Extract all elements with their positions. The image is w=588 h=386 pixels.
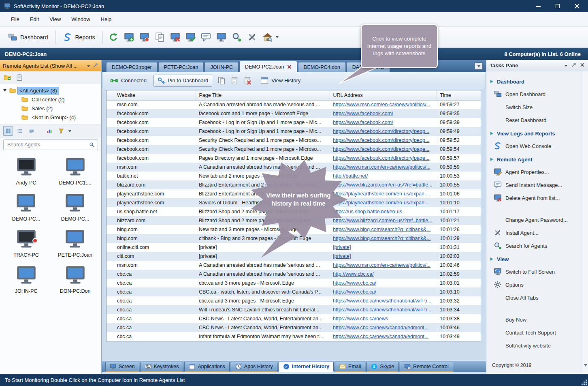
url-link[interactable]: [private] — [333, 244, 351, 250]
column-page-title[interactable]: Page Title — [196, 90, 330, 100]
table-row[interactable]: msn.com A Canadian arrested abroad has m… — [107, 261, 481, 270]
pin-panel-icon[interactable] — [93, 62, 98, 69]
details-view-button[interactable] — [27, 126, 36, 136]
caret-down-icon[interactable] — [564, 62, 568, 69]
close-button[interactable] — [574, 3, 580, 9]
agent-tab[interactable]: DEMO-PC4:don — [298, 62, 346, 72]
close-tab-icon[interactable] — [287, 64, 292, 69]
reset-dashboard-item[interactable]: Reset Dashboard — [490, 114, 582, 127]
screenshots-button[interactable] — [153, 30, 167, 44]
table-row[interactable]: cbc.ca Infant formula at Edmonton Walmar… — [107, 332, 481, 341]
agent-group-item[interactable]: Sales (2) — [0, 104, 101, 113]
search-agents-input[interactable] — [6, 142, 87, 148]
computers-list-button[interactable] — [15, 73, 24, 82]
add-computer-button[interactable] — [122, 30, 136, 44]
open-dashboard-item[interactable]: Open Dashboard — [490, 88, 582, 101]
url-link[interactable]: https://www.facebook.com/ — [333, 111, 393, 116]
table-row[interactable]: cbc.ca cbc.ca and 3 more pages - Microso… — [107, 296, 481, 305]
url-link[interactable]: https://www.cbc.ca/news/canada/edmont... — [333, 334, 428, 339]
chart-view-button[interactable] — [45, 126, 54, 136]
column-time[interactable]: Time — [437, 90, 481, 100]
url-link[interactable]: https://us.shop.battle.net/en-us — [333, 209, 402, 214]
agent-group-item[interactable]: <All Agents> (8) — [0, 86, 101, 95]
reports-button[interactable]: Reports — [58, 30, 100, 45]
install-agent-button[interactable] — [184, 30, 198, 44]
table-row[interactable]: msn.com A Canadian arrested abroad has m… — [107, 100, 481, 109]
table-row[interactable]: facebook.com Facebook - Log In or Sign U… — [107, 127, 481, 136]
tab-list-dropdown[interactable] — [475, 62, 483, 70]
url-link[interactable]: https://playhearthstone.com/en-us/expan.… — [333, 200, 428, 206]
send-message-button[interactable] — [199, 30, 213, 44]
close-all-tabs-item[interactable]: Close All Tabs — [490, 291, 582, 304]
table-row[interactable]: cbc.ca CBC News - Latest Canada, World, … — [107, 314, 481, 323]
url-link[interactable]: http://battle.net/ — [333, 173, 368, 179]
bottom-tab[interactable]: Screen — [105, 362, 139, 372]
agent-item[interactable]: PETE-PC:Joan — [58, 229, 92, 258]
pin-panel-icon[interactable] — [571, 62, 577, 69]
tasks-pane-entry[interactable] — [490, 204, 582, 213]
agent-group-item[interactable]: Call center (2) — [0, 95, 101, 104]
remove-computer-button[interactable] — [168, 30, 182, 44]
url-link[interactable]: https://www.msn.com/en-ca/news/politics/… — [333, 164, 430, 170]
tasks-pane-entry[interactable]: View Logs and Reports — [490, 127, 582, 139]
switch-size-item[interactable]: Switch Size — [490, 101, 582, 114]
menu-item[interactable]: Edit — [25, 14, 44, 24]
column-website[interactable]: Website — [107, 90, 196, 100]
url-link[interactable]: https://playhearthstone.com/en-us/expan.… — [333, 191, 428, 197]
copy-log-button[interactable] — [228, 75, 241, 87]
tools-button[interactable] — [245, 30, 259, 44]
open-web-console-item[interactable]: Open Web Console — [490, 139, 582, 152]
url-link[interactable]: http://www.cbc.ca/ — [333, 271, 374, 277]
url-link[interactable]: https://www.cbc.ca/news/canada/edmont... — [333, 325, 428, 330]
url-link[interactable]: https://www.blizzard.com/en-us/?ref=batt… — [333, 182, 432, 188]
maximize-button[interactable] — [555, 3, 560, 9]
column-url-address[interactable]: URL Address — [330, 90, 437, 100]
softactivity-website-item[interactable]: SoftActivity website — [490, 339, 582, 352]
menu-item[interactable]: Help — [96, 14, 117, 24]
send-instant-message-item[interactable]: Send Instant Message... — [490, 178, 582, 191]
bottom-tab[interactable]: Keystrokes — [141, 362, 183, 372]
filter-caret-icon[interactable] — [68, 128, 72, 134]
resize-grip[interactable] — [582, 380, 587, 385]
agent-item[interactable]: Andy-PC — [16, 157, 37, 186]
url-link[interactable]: https://www.facebook.com/directory/peop.… — [333, 137, 429, 143]
dashboard-button[interactable]: Dashboard — [3, 30, 53, 45]
view-screen-button[interactable] — [215, 30, 228, 44]
url-link[interactable]: https://www.facebook.com/directory/page.… — [333, 146, 429, 152]
bottom-tab[interactable]: Applications — [184, 362, 229, 372]
agent-tab[interactable]: PETE-PC:Joan — [158, 62, 204, 72]
home-button[interactable] — [261, 30, 275, 44]
table-row[interactable]: facebook.com Security Check Required and… — [107, 145, 481, 154]
menu-item[interactable]: File — [6, 14, 25, 24]
table-row[interactable]: facebook.com facebook.com and 1 more pag… — [107, 109, 481, 118]
url-link[interactable]: https://www.facebook.com/ — [333, 120, 393, 125]
toolbar-overflow-caret[interactable] — [275, 36, 279, 39]
table-row[interactable]: msn.com A Canadian arrested abroad has m… — [107, 163, 481, 172]
bottom-tab[interactable]: Email — [335, 362, 365, 372]
url-link[interactable]: https://www.cbc.ca/ — [333, 280, 376, 286]
url-link[interactable]: https://www.cbc.ca/news/thenational/will… — [333, 307, 431, 313]
export-log-button[interactable] — [215, 75, 228, 87]
list-view-button[interactable] — [15, 126, 25, 136]
tasks-pane-entry[interactable]: View — [490, 253, 582, 265]
search-for-agents-item[interactable]: Search for Agents — [490, 239, 582, 252]
pin-to-dashboard-button[interactable]: Pin to Dashboard — [153, 75, 212, 87]
buy-now-item[interactable]: Buy Now — [490, 313, 582, 326]
tasks-pane-scrollbar[interactable] — [583, 71, 588, 374]
agent-item[interactable]: DEMO-PC... — [61, 193, 89, 222]
add-group-button[interactable] — [2, 73, 12, 82]
bottom-tab[interactable]: Internet History — [279, 362, 334, 372]
table-row[interactable]: cbc.ca cbc.ca and 3 more pages - Microso… — [107, 279, 481, 287]
url-link[interactable]: https://www.facebook.com/directory/page.… — [333, 155, 429, 161]
view-history-button[interactable]: View History — [257, 75, 304, 87]
table-row[interactable]: cbc.ca CBC News - Latest Canada, World, … — [107, 323, 481, 332]
change-agent-password-item[interactable]: Change Agent Password... — [490, 213, 582, 226]
scroll-down-icon[interactable] — [584, 364, 587, 367]
url-link[interactable]: https://www.facebook.com/directory/peop.… — [333, 129, 429, 134]
agent-item[interactable]: JOHN-PC — [15, 265, 38, 294]
delete-agent-item[interactable]: Delete Agent from list... — [490, 191, 582, 204]
filter-button[interactable] — [56, 126, 66, 136]
refresh-agents-button[interactable] — [107, 30, 121, 44]
minimize-button[interactable] — [535, 3, 541, 9]
table-row[interactable]: facebook.com Pages Directory and 1 more … — [107, 154, 481, 163]
